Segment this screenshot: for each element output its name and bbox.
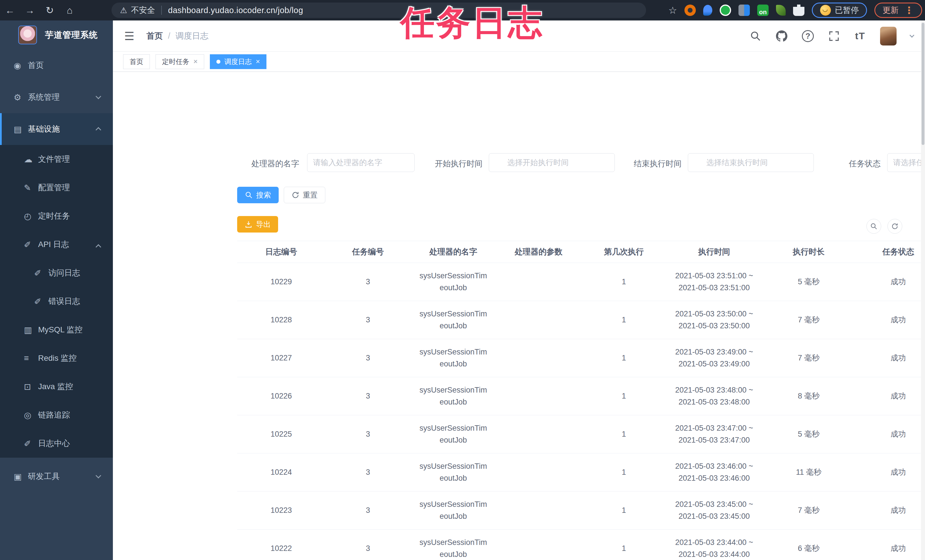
start-time-input[interactable]: [489, 153, 615, 172]
start-time-label: 开始执行时间: [423, 158, 482, 169]
cell-exec-time: 2021-05-03 23:49:00 ~2021-05-03 23:49:00: [666, 346, 762, 370]
sidebar-item-label: MySQL 监控: [38, 324, 83, 335]
refresh-table-button[interactable]: [887, 219, 902, 234]
tab-scheduled-tasks[interactable]: 定时任务 ×: [155, 54, 204, 69]
cell-handler-name: sysUserSessionTimeoutJob: [411, 384, 496, 408]
sidebar-item-trace[interactable]: ◎ 链路追踪: [0, 401, 113, 429]
sidebar-item-scheduled-tasks[interactable]: ◴ 定时任务: [0, 202, 113, 230]
database-icon: ▥: [24, 325, 37, 335]
col-exec-time: 执行时间: [666, 247, 762, 257]
table-row: 10227 3 sysUserSessionTimeoutJob 1 2021-…: [237, 339, 925, 377]
scrollbar-thumb[interactable]: [922, 23, 924, 145]
app-logo-row[interactable]: 芋道管理系统: [0, 21, 113, 50]
cell-handler-name: sysUserSessionTimeoutJob: [411, 308, 496, 332]
table-header-row: 日志编号 任务编号 处理器的名字 处理器的参数 第几次执行 执行时间 执行时长 …: [237, 241, 925, 263]
sidebar-item-error-logs[interactable]: ✐ 错误日志: [0, 287, 113, 316]
profile-emoji-avatar: [820, 5, 831, 16]
extension-orange-icon[interactable]: [684, 5, 696, 16]
cell-exec-time: 2021-05-03 23:51:00 ~2021-05-03 23:51:00: [666, 270, 762, 294]
reset-button[interactable]: 重置: [284, 187, 325, 203]
sidebar-item-access-logs[interactable]: ✐ 访问日志: [0, 259, 113, 287]
cell-exec-index: 1: [581, 314, 666, 326]
sidebar-item-dev-tools[interactable]: ▣ 研发工具: [0, 461, 113, 492]
help-icon[interactable]: ?: [801, 30, 814, 42]
sidebar-item-system-management[interactable]: ⚙ 系统管理: [0, 81, 113, 113]
close-icon[interactable]: ×: [193, 57, 197, 66]
home-icon[interactable]: ⌂: [60, 5, 80, 16]
table-row: 10224 3 sysUserSessionTimeoutJob 1 2021-…: [237, 453, 925, 491]
breadcrumb: 首页 / 调度日志: [146, 30, 208, 42]
sidebar-item-label: 错误日志: [48, 296, 80, 307]
export-button[interactable]: 导出: [237, 216, 278, 233]
sidebar-submenu-infrastructure: ☁ 文件管理 ✎ 配置管理 ◴ 定时任务 ✐ API 日志 ✐ 访问日志 ✐: [0, 145, 113, 458]
screen: ← → ↻ ⌂ ⚠ 不安全 dashboard.yudao.iocoder.cn…: [0, 0, 925, 560]
end-time-label: 结束执行时间: [622, 158, 682, 169]
close-icon[interactable]: ×: [256, 57, 260, 66]
content: 处理器的名字 开始执行时间 结束执行时间 任务状态 请选择任务状态 搜索: [113, 72, 925, 560]
browser-menu-kebab-icon[interactable]: ⋮: [904, 5, 914, 16]
cell-exec-time: 2021-05-03 23:45:00 ~2021-05-03 23:45:00: [666, 498, 762, 522]
end-time-input[interactable]: [688, 153, 814, 172]
search-button[interactable]: 搜索: [237, 187, 279, 203]
search-icon: [245, 191, 253, 199]
url-text: dashboard.yudao.iocoder.cn/job/log: [168, 6, 303, 15]
avatar-caret-icon[interactable]: [910, 33, 914, 38]
cell-exec-time: 2021-05-03 23:48:00 ~2021-05-03 23:48:00: [666, 384, 762, 408]
cell-exec-time: 2021-05-03 23:46:00 ~2021-05-03 23:46:00: [666, 461, 762, 485]
browser-update-button[interactable]: 更新 ⋮: [874, 3, 922, 18]
font-size-icon[interactable]: tT: [854, 30, 866, 42]
hamburger-icon[interactable]: ☰: [124, 30, 134, 43]
back-icon[interactable]: ←: [0, 5, 20, 16]
forward-icon[interactable]: →: [20, 5, 40, 16]
handler-name-input[interactable]: [307, 153, 414, 172]
extensions-puzzle-icon[interactable]: [793, 5, 804, 16]
breadcrumb-home[interactable]: 首页: [146, 30, 163, 42]
url-divider: [161, 6, 162, 15]
extension-green-icon[interactable]: [720, 5, 731, 16]
sidebar-item-config-management[interactable]: ✎ 配置管理: [0, 173, 113, 202]
sidebar-item-label: 配置管理: [38, 182, 70, 193]
log-icon: ✐: [34, 297, 47, 306]
cell-handler-name: sysUserSessionTimeoutJob: [411, 346, 496, 370]
github-icon[interactable]: [776, 30, 788, 42]
sidebar-item-file-management[interactable]: ☁ 文件管理: [0, 145, 113, 173]
stack-icon: ≡: [24, 353, 37, 363]
bookmark-star-icon[interactable]: ☆: [669, 5, 677, 16]
sidebar-item-java-monitor[interactable]: ⊡ Java 监控: [0, 372, 113, 401]
reload-icon[interactable]: ↻: [40, 5, 60, 16]
toolbox-icon: ▣: [14, 471, 27, 482]
extension-grid-icon[interactable]: [738, 5, 750, 16]
toggle-search-button[interactable]: [866, 219, 881, 234]
log-icon: ✐: [24, 439, 37, 449]
task-status-select[interactable]: 请选择任务状态: [887, 153, 925, 172]
sidebar-item-redis-monitor[interactable]: ≡ Redis 监控: [0, 344, 113, 372]
profile-paused-badge[interactable]: 已暂停: [812, 3, 867, 18]
sidebar-item-mysql-monitor[interactable]: ▥ MySQL 监控: [0, 316, 113, 344]
fullscreen-icon[interactable]: [828, 30, 840, 42]
extension-leaf-icon[interactable]: [776, 5, 786, 16]
tab-label: 定时任务: [162, 57, 189, 66]
cell-duration: 6 毫秒: [762, 543, 856, 555]
tab-schedule-log[interactable]: 调度日志 ×: [210, 54, 267, 69]
tab-home[interactable]: 首页: [123, 54, 150, 69]
address-bar[interactable]: ⚠ 不安全 dashboard.yudao.iocoder.cn/job/log: [111, 3, 646, 18]
sidebar-item-api-logs[interactable]: ✐ API 日志: [0, 230, 113, 259]
sidebar-item-home[interactable]: ◉ 首页: [0, 50, 113, 81]
search-icon[interactable]: [749, 30, 762, 42]
chevron-up-icon: [96, 127, 101, 133]
extension-on-icon[interactable]: on: [757, 5, 768, 16]
cell-status: 成功: [856, 467, 925, 479]
window-scrollbar[interactable]: [921, 21, 925, 560]
sidebar-item-infrastructure[interactable]: ▤ 基础设施: [0, 113, 113, 145]
edit-icon: ✎: [24, 183, 37, 193]
terminal-icon: ⊡: [24, 382, 37, 392]
cell-exec-index: 1: [581, 504, 666, 516]
sidebar-item-log-center[interactable]: ✐ 日志中心: [0, 429, 113, 458]
extension-drop-icon[interactable]: [703, 5, 712, 16]
cell-log-id: 10222: [237, 543, 325, 555]
cell-duration: 11 毫秒: [762, 467, 856, 479]
user-avatar[interactable]: [880, 27, 896, 45]
cell-exec-index: 1: [581, 467, 666, 479]
table-body: 10229 3 sysUserSessionTimeoutJob 1 2021-…: [237, 263, 925, 560]
sidebar-item-label: Redis 监控: [38, 353, 77, 364]
